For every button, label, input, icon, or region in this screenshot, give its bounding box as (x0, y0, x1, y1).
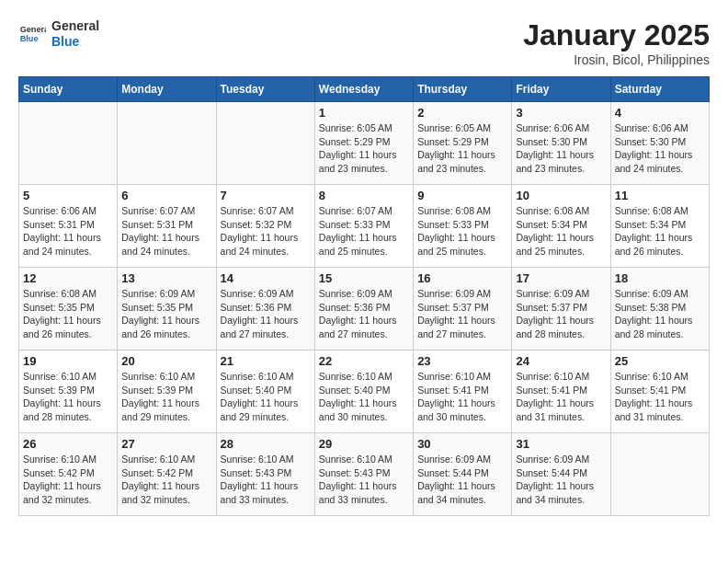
day-number: 14 (221, 271, 311, 285)
day-info: Sunrise: 6:08 AM Sunset: 5:34 PM Dayligh… (516, 204, 606, 259)
day-info: Sunrise: 6:09 AM Sunset: 5:36 PM Dayligh… (221, 287, 311, 341)
day-number: 29 (319, 437, 409, 451)
logo-icon: General Blue (18, 20, 46, 48)
weekday-header-monday: Monday (118, 77, 216, 102)
calendar-cell: 14Sunrise: 6:09 AM Sunset: 5:36 PM Dayli… (216, 268, 314, 350)
calendar-cell: 21Sunrise: 6:10 AM Sunset: 5:40 PM Dayli… (216, 350, 314, 433)
day-info: Sunrise: 6:10 AM Sunset: 5:43 PM Dayligh… (221, 453, 311, 507)
calendar-cell: 3Sunrise: 6:06 AM Sunset: 5:30 PM Daylig… (512, 102, 610, 185)
day-number: 11 (615, 189, 705, 202)
calendar-cell: 16Sunrise: 6:09 AM Sunset: 5:37 PM Dayli… (414, 268, 512, 350)
calendar-cell: 30Sunrise: 6:09 AM Sunset: 5:44 PM Dayli… (414, 433, 512, 516)
calendar-cell: 9Sunrise: 6:08 AM Sunset: 5:33 PM Daylig… (414, 185, 512, 268)
calendar-cell: 28Sunrise: 6:10 AM Sunset: 5:43 PM Dayli… (216, 433, 314, 516)
calendar-row-3: 19Sunrise: 6:10 AM Sunset: 5:39 PM Dayli… (19, 350, 710, 433)
calendar-title: January 2025 (523, 18, 710, 52)
calendar-cell (216, 102, 314, 185)
day-info: Sunrise: 6:07 AM Sunset: 5:33 PM Dayligh… (319, 204, 409, 259)
day-number: 23 (417, 354, 507, 368)
day-number: 3 (516, 106, 606, 120)
day-info: Sunrise: 6:09 AM Sunset: 5:44 PM Dayligh… (516, 453, 606, 507)
day-number: 16 (417, 271, 507, 285)
day-info: Sunrise: 6:06 AM Sunset: 5:30 PM Dayligh… (615, 121, 705, 176)
calendar-cell: 8Sunrise: 6:07 AM Sunset: 5:33 PM Daylig… (314, 185, 413, 268)
day-info: Sunrise: 6:10 AM Sunset: 5:42 PM Dayligh… (23, 453, 113, 507)
day-info: Sunrise: 6:08 AM Sunset: 5:34 PM Dayligh… (615, 204, 705, 259)
day-number: 22 (319, 354, 409, 368)
day-number: 21 (221, 354, 311, 368)
day-number: 12 (23, 271, 113, 285)
day-info: Sunrise: 6:06 AM Sunset: 5:31 PM Dayligh… (23, 204, 113, 259)
day-info: Sunrise: 6:09 AM Sunset: 5:37 PM Dayligh… (417, 287, 507, 341)
calendar-cell: 1Sunrise: 6:05 AM Sunset: 5:29 PM Daylig… (314, 102, 413, 185)
day-info: Sunrise: 6:09 AM Sunset: 5:35 PM Dayligh… (121, 287, 211, 341)
day-number: 8 (319, 189, 409, 202)
calendar-cell: 6Sunrise: 6:07 AM Sunset: 5:31 PM Daylig… (118, 185, 216, 268)
weekday-header-tuesday: Tuesday (216, 77, 314, 102)
svg-text:Blue: Blue (20, 34, 39, 43)
day-info: Sunrise: 6:06 AM Sunset: 5:30 PM Dayligh… (516, 121, 606, 176)
day-number: 24 (516, 354, 606, 368)
day-info: Sunrise: 6:09 AM Sunset: 5:37 PM Dayligh… (516, 287, 606, 341)
calendar-cell: 20Sunrise: 6:10 AM Sunset: 5:39 PM Dayli… (118, 350, 216, 433)
weekday-header-friday: Friday (512, 77, 610, 102)
weekday-header-thursday: Thursday (414, 77, 512, 102)
day-number: 26 (23, 437, 113, 451)
day-info: Sunrise: 6:07 AM Sunset: 5:31 PM Dayligh… (121, 204, 211, 259)
calendar-subtitle: Irosin, Bicol, Philippines (523, 52, 710, 67)
day-info: Sunrise: 6:09 AM Sunset: 5:36 PM Dayligh… (319, 287, 409, 341)
day-info: Sunrise: 6:09 AM Sunset: 5:44 PM Dayligh… (417, 453, 507, 507)
day-info: Sunrise: 6:08 AM Sunset: 5:35 PM Dayligh… (23, 287, 113, 341)
calendar-cell: 10Sunrise: 6:08 AM Sunset: 5:34 PM Dayli… (512, 185, 610, 268)
calendar-cell: 25Sunrise: 6:10 AM Sunset: 5:41 PM Dayli… (610, 350, 709, 433)
calendar-cell: 18Sunrise: 6:09 AM Sunset: 5:38 PM Dayli… (610, 268, 709, 350)
day-number: 5 (23, 189, 113, 202)
day-number: 13 (121, 271, 211, 285)
day-number: 17 (516, 271, 606, 285)
day-number: 20 (121, 354, 211, 368)
day-number: 10 (516, 189, 606, 202)
day-number: 7 (221, 189, 311, 202)
calendar-cell: 4Sunrise: 6:06 AM Sunset: 5:30 PM Daylig… (610, 102, 709, 185)
day-info: Sunrise: 6:10 AM Sunset: 5:42 PM Dayligh… (121, 453, 211, 507)
calendar-cell: 2Sunrise: 6:05 AM Sunset: 5:29 PM Daylig… (414, 102, 512, 185)
calendar-cell: 11Sunrise: 6:08 AM Sunset: 5:34 PM Dayli… (610, 185, 709, 268)
calendar-row-1: 5Sunrise: 6:06 AM Sunset: 5:31 PM Daylig… (19, 185, 710, 268)
logo-blue: Blue (51, 34, 99, 50)
day-info: Sunrise: 6:07 AM Sunset: 5:32 PM Dayligh… (221, 204, 311, 259)
day-number: 31 (516, 437, 606, 451)
calendar-cell: 31Sunrise: 6:09 AM Sunset: 5:44 PM Dayli… (512, 433, 610, 516)
day-info: Sunrise: 6:10 AM Sunset: 5:41 PM Dayligh… (615, 370, 705, 424)
day-number: 25 (615, 354, 705, 368)
day-number: 27 (121, 437, 211, 451)
day-number: 18 (615, 271, 705, 285)
calendar-cell: 19Sunrise: 6:10 AM Sunset: 5:39 PM Dayli… (19, 350, 118, 433)
calendar-cell: 24Sunrise: 6:10 AM Sunset: 5:41 PM Dayli… (512, 350, 610, 433)
page-header: General Blue General Blue January 2025 I… (18, 18, 710, 67)
day-info: Sunrise: 6:09 AM Sunset: 5:38 PM Dayligh… (615, 287, 705, 341)
day-info: Sunrise: 6:10 AM Sunset: 5:43 PM Dayligh… (319, 453, 409, 507)
calendar-cell (610, 433, 709, 516)
weekday-header-sunday: Sunday (19, 77, 118, 102)
calendar-cell: 13Sunrise: 6:09 AM Sunset: 5:35 PM Dayli… (118, 268, 216, 350)
day-info: Sunrise: 6:05 AM Sunset: 5:29 PM Dayligh… (417, 121, 507, 176)
day-info: Sunrise: 6:05 AM Sunset: 5:29 PM Dayligh… (319, 121, 409, 176)
calendar-cell: 22Sunrise: 6:10 AM Sunset: 5:40 PM Dayli… (314, 350, 413, 433)
calendar-cell: 29Sunrise: 6:10 AM Sunset: 5:43 PM Dayli… (314, 433, 413, 516)
calendar-cell: 26Sunrise: 6:10 AM Sunset: 5:42 PM Dayli… (19, 433, 118, 516)
day-info: Sunrise: 6:10 AM Sunset: 5:39 PM Dayligh… (121, 370, 211, 424)
day-info: Sunrise: 6:10 AM Sunset: 5:40 PM Dayligh… (319, 370, 409, 424)
calendar-cell: 27Sunrise: 6:10 AM Sunset: 5:42 PM Dayli… (118, 433, 216, 516)
weekday-header-row: SundayMondayTuesdayWednesdayThursdayFrid… (19, 77, 710, 102)
day-info: Sunrise: 6:10 AM Sunset: 5:40 PM Dayligh… (221, 370, 311, 424)
day-info: Sunrise: 6:10 AM Sunset: 5:41 PM Dayligh… (417, 370, 507, 424)
calendar-cell: 17Sunrise: 6:09 AM Sunset: 5:37 PM Dayli… (512, 268, 610, 350)
calendar-row-0: 1Sunrise: 6:05 AM Sunset: 5:29 PM Daylig… (19, 102, 710, 185)
day-number: 4 (615, 106, 705, 120)
weekday-header-saturday: Saturday (610, 77, 709, 102)
calendar-cell: 5Sunrise: 6:06 AM Sunset: 5:31 PM Daylig… (19, 185, 118, 268)
weekday-header-wednesday: Wednesday (314, 77, 413, 102)
calendar-table: SundayMondayTuesdayWednesdayThursdayFrid… (18, 76, 710, 516)
calendar-cell (19, 102, 118, 185)
calendar-cell: 23Sunrise: 6:10 AM Sunset: 5:41 PM Dayli… (414, 350, 512, 433)
